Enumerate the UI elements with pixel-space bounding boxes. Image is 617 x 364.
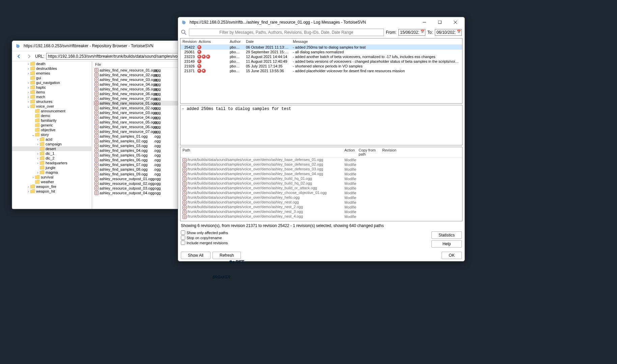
revision-row[interactable]: 21926pbomak05 July 2021 17:14:35- shorte… — [180, 64, 462, 68]
cb-include-merged[interactable]: Include merged revisions — [181, 240, 426, 245]
revision-table[interactable]: Revision Actions Author Date Message 254… — [180, 38, 462, 104]
tree-item-weather[interactable]: weather — [12, 179, 91, 184]
expander-icon[interactable]: › — [26, 100, 30, 104]
path-row[interactable]: /trunk/builds/data/sound/samples/voice_o… — [180, 172, 462, 176]
expander-icon[interactable]: › — [26, 81, 30, 85]
tree-item-headquarters[interactable]: ›headquarters — [12, 161, 91, 165]
col-date[interactable]: Date — [244, 38, 291, 45]
tree-item-desert[interactable]: desert — [12, 146, 91, 151]
tree-item-acid[interactable]: ›acid — [12, 137, 91, 142]
path-row[interactable]: /trunk/builds/data/sound/samples/voice_o… — [180, 181, 462, 186]
tree-item-survival[interactable]: ›survival — [12, 175, 91, 179]
expander-icon[interactable]: › — [26, 90, 30, 94]
expander-icon[interactable]: › — [26, 86, 30, 89]
tree-label: desert — [46, 147, 56, 151]
expander-icon[interactable]: › — [26, 72, 30, 75]
expander-icon[interactable]: › — [36, 142, 40, 146]
from-date-input[interactable] — [398, 29, 425, 36]
col-message[interactable]: Message — [291, 38, 462, 45]
expander-icon[interactable]: ⌄ — [31, 133, 35, 137]
cb-stop-on-copy[interactable]: Stop on copy/rename — [181, 235, 426, 240]
tree-item-gui[interactable]: gui — [12, 76, 91, 80]
tree-item-enemies[interactable]: ›enemies — [12, 71, 91, 76]
cell-path: /trunk/builds/data/sound/samples/voice_o… — [180, 205, 342, 209]
tree-item-demo[interactable]: demo — [12, 113, 91, 118]
path-row[interactable]: /trunk/builds/data/sound/samples/voice_o… — [180, 186, 462, 191]
cb-affected-paths[interactable]: Show only affected paths — [181, 230, 426, 235]
refresh-button[interactable]: Refresh — [213, 252, 241, 259]
tree-item-voice_over[interactable]: ⌄voice_over — [12, 104, 91, 109]
path-row[interactable]: /trunk/builds/data/sound/samples/voice_o… — [180, 162, 462, 167]
tree-item-announcement[interactable]: announcement — [12, 109, 91, 113]
maximize-button[interactable] — [432, 17, 448, 27]
col-revision[interactable]: Revision — [180, 38, 197, 45]
col-action[interactable]: Action — [342, 147, 357, 157]
message-detail[interactable]: - added 250ms tail to dialog samples for… — [180, 105, 462, 145]
expander-icon[interactable]: ⌄ — [26, 105, 30, 108]
path-row[interactable]: /trunk/builds/data/sound/samples/voice_o… — [180, 158, 462, 162]
ok-button[interactable]: OK — [442, 252, 462, 259]
col-revision[interactable]: Revision — [380, 147, 397, 157]
path-row[interactable]: /trunk/builds/data/sound/samples/voice_o… — [180, 205, 462, 209]
revision-row[interactable]: 23223pbomak12 August 2021 14:44:14- adde… — [180, 54, 462, 59]
path-table[interactable]: Path Action Copy from path Revision /tru… — [180, 147, 462, 221]
path-row[interactable]: /trunk/builds/data/sound/samples/voice_o… — [180, 195, 462, 200]
minimize-button[interactable] — [417, 17, 432, 27]
expander-icon[interactable]: › — [26, 67, 30, 71]
titlebar[interactable]: https://192.168.0.253/svn/riftb.../ashle… — [178, 17, 465, 27]
expander-icon[interactable]: › — [36, 171, 40, 174]
expander-icon[interactable]: › — [36, 161, 40, 165]
tree-item-campaign[interactable]: ›campaign — [12, 142, 91, 146]
expander-icon[interactable]: › — [31, 175, 35, 179]
expander-icon[interactable]: › — [26, 190, 30, 193]
tree-item-death[interactable]: ›death — [12, 61, 91, 66]
tree-item-haptic[interactable]: ›haptic — [12, 85, 91, 90]
col-actions[interactable]: Actions — [197, 38, 228, 45]
path-row[interactable]: /trunk/builds/data/sound/samples/voice_o… — [180, 200, 462, 205]
revision-row[interactable]: 25422pbomak06 October 2021 11:13:25- add… — [180, 45, 462, 50]
show-all-button[interactable]: Show All — [181, 252, 211, 259]
expander-icon[interactable]: › — [36, 157, 40, 160]
expander-icon[interactable]: › — [26, 95, 30, 99]
file-name: ashley_find_rare_resource_03.ogg — [100, 111, 153, 115]
expander-icon[interactable]: › — [26, 185, 30, 189]
tree-item-magma[interactable]: ›magma — [12, 170, 91, 175]
revision-row[interactable]: 23149pbomak11 August 2021 12:40:49- adde… — [180, 59, 462, 64]
statistics-button[interactable]: Statistics — [431, 231, 462, 239]
col-copy-from[interactable]: Copy from path — [357, 147, 380, 157]
col-file[interactable]: File — [93, 61, 150, 67]
path-row[interactable]: /trunk/builds/data/sound/samples/voice_o… — [180, 214, 462, 219]
tree-item-familiarity[interactable]: familiarity — [12, 118, 91, 123]
tree-item-weapon_hit[interactable]: ›weapon_hit — [12, 189, 91, 194]
back-button[interactable] — [15, 52, 23, 60]
tree-item-objective[interactable]: objective — [12, 128, 91, 132]
tree-item-generic[interactable]: generic — [12, 123, 91, 128]
tree-item-dlc_2[interactable]: ›dlc_2 — [12, 156, 91, 161]
tree-item-gui_navigation[interactable]: ›gui_navigation — [12, 80, 91, 85]
forward-button[interactable] — [25, 52, 33, 60]
to-date-input[interactable] — [435, 29, 462, 36]
path-row[interactable]: /trunk/builds/data/sound/samples/voice_o… — [180, 167, 462, 172]
col-author[interactable]: Author — [228, 38, 244, 45]
tree-item-structures[interactable]: ›structures — [12, 99, 91, 104]
tree-item-mech[interactable]: ›mech — [12, 94, 91, 99]
tree-item-story[interactable]: ⌄story — [12, 132, 91, 137]
help-button[interactable]: Help — [431, 240, 462, 248]
revision-row[interactable]: 25061pbomak29 September 2021 15:02:50- a… — [180, 50, 462, 54]
tree-item-dlc_1[interactable]: ›dlc_1 — [12, 151, 91, 156]
expander-icon[interactable]: › — [26, 62, 30, 66]
tree-item-weapon_fire[interactable]: ›weapon_fire — [12, 184, 91, 189]
path-row[interactable]: /trunk/builds/data/sound/samples/voice_o… — [180, 209, 462, 214]
filter-input[interactable] — [189, 29, 384, 36]
revision-row[interactable]: 21371pbomak15 June 2021 13:55:36- added … — [180, 68, 462, 73]
expander-icon[interactable]: › — [36, 138, 40, 141]
expander-icon[interactable]: › — [36, 152, 40, 156]
close-button[interactable] — [448, 17, 463, 27]
col-path[interactable]: Path — [180, 147, 342, 157]
path-row[interactable]: /trunk/builds/data/sound/samples/voice_o… — [180, 176, 462, 181]
path-row[interactable]: /trunk/builds/data/sound/samples/voice_o… — [180, 191, 462, 195]
tree-item-jungle[interactable]: jungle — [12, 165, 91, 170]
tree-panel[interactable]: ›death›destructibles›enemiesgui›gui_navi… — [12, 61, 92, 209]
tree-item-items[interactable]: ›items — [12, 90, 91, 94]
tree-item-destructibles[interactable]: ›destructibles — [12, 66, 91, 71]
